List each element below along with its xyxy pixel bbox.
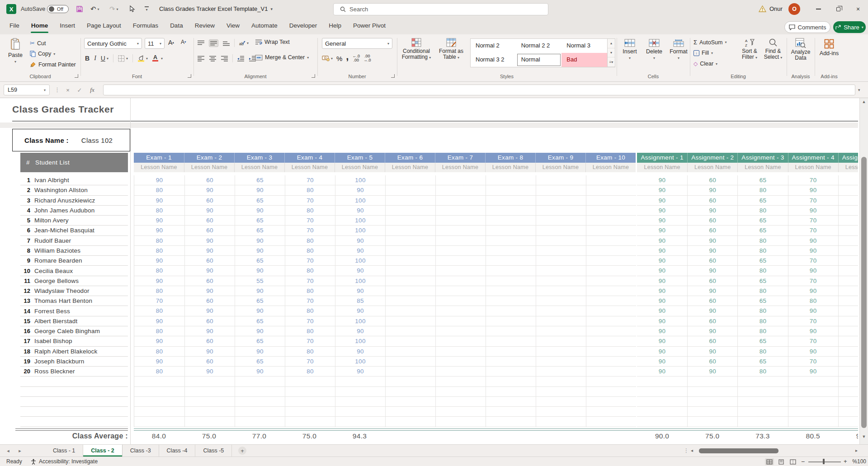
exam-score-cell[interactable] (385, 196, 435, 206)
student-name[interactable]: Washington Allston (34, 187, 88, 193)
assignment-average-cell[interactable]: 80.5 (788, 432, 838, 440)
assignment-score-cell[interactable]: 90 (788, 266, 838, 276)
horizontal-scrollbar-thumb[interactable] (699, 448, 778, 453)
student-name[interactable]: Isabel Bishop (34, 338, 72, 344)
exam-score-cell[interactable]: 65 (235, 175, 285, 185)
number-dialog-launcher-icon[interactable] (391, 74, 395, 78)
accessibility-status[interactable]: Accessibility: Investigate (31, 457, 98, 466)
exam-score-cell[interactable]: 70 (285, 357, 335, 367)
student-name[interactable]: Rudolf Bauer (34, 237, 71, 244)
assignment-score-cell[interactable] (737, 387, 788, 397)
student-number[interactable]: 5 (20, 217, 30, 224)
exam-score-cell[interactable] (235, 387, 285, 397)
exam-score-cell[interactable]: 90 (235, 236, 285, 246)
assignment-score-cell[interactable]: 70 (788, 196, 838, 206)
exam-score-cell[interactable] (536, 226, 586, 235)
exam-score-cell[interactable]: 90 (335, 367, 385, 377)
assignment-score-cell[interactable] (737, 377, 788, 386)
formula-input[interactable] (103, 85, 855, 95)
assignment-score-cell[interactable]: 60 (687, 196, 737, 206)
assignment-score-cell[interactable]: 80 (737, 206, 788, 216)
lesson-name-cell[interactable]: Lesson Name (737, 163, 788, 172)
assignment-score-cell[interactable]: 90 (687, 326, 737, 336)
exam-score-cell[interactable] (486, 316, 536, 326)
exam-score-cell[interactable] (586, 387, 636, 397)
exam-score-cell[interactable] (385, 175, 435, 185)
exam-average-cell[interactable]: 84.0 (134, 432, 184, 440)
assignment-score-cell[interactable]: 90 (788, 326, 838, 336)
exam-score-cell[interactable]: 90 (335, 246, 385, 256)
exam-score-cell[interactable]: 90 (184, 367, 235, 377)
assignment-score-cell[interactable]: 65 (737, 256, 788, 266)
student-number[interactable]: 20 (20, 368, 30, 375)
format-painter-button[interactable]: Format Painter (30, 61, 76, 68)
assignment-score-cell[interactable] (687, 377, 737, 386)
exam-score-cell[interactable]: 90 (235, 246, 285, 256)
scroll-up-button[interactable]: ▲ (860, 99, 868, 104)
exam-score-cell[interactable] (285, 417, 335, 427)
assignment-score-cell[interactable] (838, 377, 858, 386)
assignment-score-cell[interactable]: 90 (687, 236, 737, 246)
exam-score-cell[interactable] (134, 417, 184, 427)
student-number[interactable]: 18 (20, 348, 30, 355)
exam-score-cell[interactable] (435, 206, 486, 216)
number-format-select[interactable]: General ▾ (322, 38, 392, 49)
assignment-score-cell[interactable] (788, 377, 838, 386)
page-layout-view-button[interactable] (777, 458, 786, 465)
exam-score-cell[interactable] (134, 407, 184, 417)
assignment-score-cell[interactable] (838, 357, 858, 367)
exam-score-cell[interactable] (385, 286, 435, 296)
exam-score-cell[interactable] (536, 276, 586, 286)
exam-score-cell[interactable] (536, 246, 586, 256)
assignment-score-cell[interactable] (838, 286, 858, 296)
exam-score-cell[interactable] (586, 326, 636, 336)
exam-score-cell[interactable] (435, 236, 486, 246)
exam-score-cell[interactable] (536, 216, 586, 226)
exam-score-cell[interactable] (435, 266, 486, 276)
exam-score-cell[interactable]: 80 (134, 326, 184, 336)
assignment-score-cell[interactable]: 80 (737, 266, 788, 276)
exam-score-cell[interactable] (586, 347, 636, 357)
exam-score-cell[interactable] (435, 326, 486, 336)
assignment-score-cell[interactable] (637, 397, 687, 407)
style-item-normal[interactable]: Normal (516, 53, 562, 67)
exam-score-cell[interactable] (486, 377, 536, 386)
exam-score-cell[interactable] (586, 266, 636, 276)
exam-score-cell[interactable] (435, 185, 486, 195)
assignment-score-cell[interactable]: 60 (687, 226, 737, 235)
exam-score-cell[interactable] (285, 377, 335, 386)
sort-filter-button[interactable]: AZ Sort & Filter ▾ (739, 38, 760, 61)
exam-score-cell[interactable] (435, 175, 486, 185)
exam-score-cell[interactable] (385, 246, 435, 256)
exam-score-cell[interactable]: 80 (285, 246, 335, 256)
exam-score-cell[interactable]: 70 (285, 216, 335, 226)
new-sheet-button[interactable]: + (238, 447, 246, 455)
exam-score-cell[interactable] (134, 377, 184, 386)
assignment-score-cell[interactable]: 80 (737, 286, 788, 296)
assignment-score-cell[interactable]: 90 (788, 236, 838, 246)
exam-header-cell[interactable]: Exam - 2 (184, 153, 234, 163)
exam-score-cell[interactable] (435, 407, 486, 417)
exam-score-cell[interactable]: 70 (285, 296, 335, 306)
exam-score-cell[interactable] (435, 286, 486, 296)
exam-score-cell[interactable]: 65 (235, 296, 285, 306)
exam-score-cell[interactable] (235, 397, 285, 407)
exam-score-cell[interactable] (586, 397, 636, 407)
assignment-score-cell[interactable]: 90 (637, 306, 687, 316)
exam-score-cell[interactable] (486, 226, 536, 235)
assignment-score-cell[interactable]: 65 (737, 296, 788, 306)
exam-score-cell[interactable] (486, 336, 536, 346)
chevron-down-icon[interactable]: ▾ (107, 56, 108, 61)
assignment-score-cell[interactable]: 65 (737, 196, 788, 206)
assignment-score-cell[interactable]: 60 (687, 357, 737, 367)
assignment-score-cell[interactable] (838, 226, 858, 235)
ribbon-tab-review[interactable]: Review (189, 18, 221, 34)
exam-score-cell[interactable] (486, 256, 536, 266)
assignment-score-cell[interactable] (838, 407, 858, 417)
document-title[interactable]: Class Grades Tracker Excel Template_V1▾ (159, 0, 273, 18)
exam-header-cell[interactable]: Exam - 8 (485, 153, 535, 163)
exam-score-cell[interactable] (586, 256, 636, 266)
exam-score-cell[interactable] (486, 296, 536, 306)
merge-center-button[interactable]: Merge & Center ▾ (255, 54, 309, 61)
exam-score-cell[interactable] (385, 326, 435, 336)
